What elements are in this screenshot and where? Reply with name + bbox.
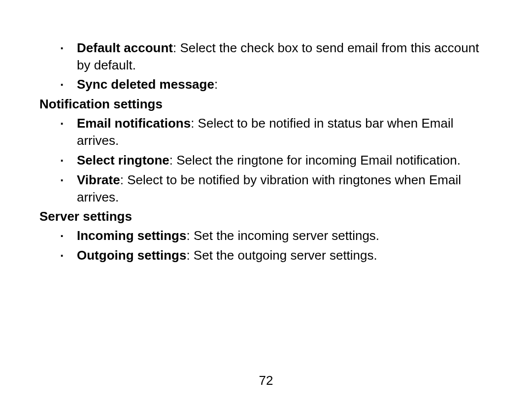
- section-heading-notification: Notification settings: [39, 96, 493, 113]
- list-item-text: Sync deleted message:: [77, 76, 493, 94]
- desc: : Set the incoming server settings.: [186, 228, 379, 243]
- list-item-text: Outgoing settings: Set the outgoing serv…: [77, 247, 493, 265]
- list-item-text: Vibrate: Select to be notified by vibrat…: [77, 171, 493, 206]
- page-number: 72: [0, 372, 532, 389]
- list-item: · Vibrate: Select to be notified by vibr…: [39, 171, 493, 206]
- bullet-icon: ·: [60, 227, 77, 245]
- list-item: · Outgoing settings: Set the outgoing se…: [39, 247, 493, 265]
- section-heading-server: Server settings: [39, 208, 493, 225]
- desc: : Set the outgoing server settings.: [186, 248, 377, 263]
- term: Vibrate: [77, 172, 120, 187]
- list-item: · Incoming settings: Set the incoming se…: [39, 227, 493, 245]
- term: Email notifications: [77, 116, 191, 131]
- list-item-text: Email notifications: Select to be notifi…: [77, 115, 493, 149]
- list-item: · Sync deleted message:: [39, 76, 493, 94]
- list-item-text: Select ringtone: Select the ringtone for…: [77, 152, 493, 169]
- bullet-icon: ·: [60, 171, 77, 206]
- term: Outgoing settings: [77, 248, 186, 263]
- list-item: · Email notifications: Select to be noti…: [39, 115, 493, 149]
- term: Sync deleted message: [77, 77, 214, 92]
- page-content: · Default account: Select the check box …: [39, 39, 493, 265]
- list-item: · Select ringtone: Select the ringtone f…: [39, 152, 493, 169]
- list-item-text: Incoming settings: Set the incoming serv…: [77, 227, 493, 245]
- desc: : Select to be notified by vibration wit…: [77, 172, 461, 204]
- desc: : Select the ringtone for incoming Email…: [169, 153, 461, 168]
- bullet-icon: ·: [60, 152, 77, 169]
- bullet-icon: ·: [60, 247, 77, 265]
- desc: :: [214, 77, 218, 92]
- term: Default account: [77, 40, 173, 55]
- list-item-text: Default account: Select the check box to…: [77, 39, 493, 74]
- bullet-icon: ·: [60, 39, 77, 74]
- term: Incoming settings: [77, 228, 186, 243]
- bullet-icon: ·: [60, 115, 77, 149]
- term: Select ringtone: [77, 153, 169, 168]
- list-item: · Default account: Select the check box …: [39, 39, 493, 74]
- bullet-icon: ·: [60, 76, 77, 94]
